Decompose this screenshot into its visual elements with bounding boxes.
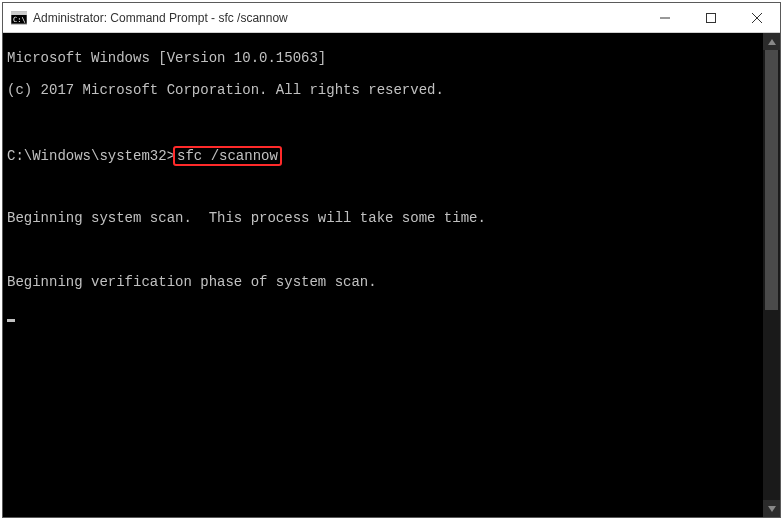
command-prompt-window: C:\ Administrator: Command Prompt - sfc … <box>2 2 781 518</box>
titlebar[interactable]: C:\ Administrator: Command Prompt - sfc … <box>3 3 780 33</box>
window-title: Administrator: Command Prompt - sfc /sca… <box>33 11 288 25</box>
svg-text:C:\: C:\ <box>13 16 26 24</box>
svg-marker-7 <box>768 39 776 45</box>
command-highlight: sfc /scannow <box>173 146 282 166</box>
terminal-prompt: C:\Windows\system32> <box>7 148 175 164</box>
scrollbar-thumb[interactable] <box>765 50 778 310</box>
vertical-scrollbar[interactable] <box>763 33 780 517</box>
scrollbar-down-button[interactable] <box>763 500 780 517</box>
close-button[interactable] <box>734 3 780 32</box>
terminal-text: Beginning verification phase of system s… <box>7 274 377 290</box>
terminal-text: (c) 2017 Microsoft Corporation. All righ… <box>7 82 444 98</box>
scrollbar-track[interactable] <box>763 50 780 500</box>
maximize-button[interactable] <box>688 3 734 32</box>
cmd-icon: C:\ <box>11 10 27 26</box>
terminal-text: Beginning system scan. This process will… <box>7 210 486 226</box>
minimize-button[interactable] <box>642 3 688 32</box>
terminal-command: sfc /scannow <box>177 148 278 164</box>
cursor <box>7 319 15 322</box>
window-controls <box>642 3 780 32</box>
scrollbar-up-button[interactable] <box>763 33 780 50</box>
terminal-output[interactable]: Microsoft Windows [Version 10.0.15063] (… <box>3 33 763 517</box>
client-area: Microsoft Windows [Version 10.0.15063] (… <box>3 33 780 517</box>
svg-rect-4 <box>707 13 716 22</box>
svg-marker-8 <box>768 506 776 512</box>
svg-rect-1 <box>11 12 27 15</box>
terminal-text: Microsoft Windows [Version 10.0.15063] <box>7 50 326 66</box>
